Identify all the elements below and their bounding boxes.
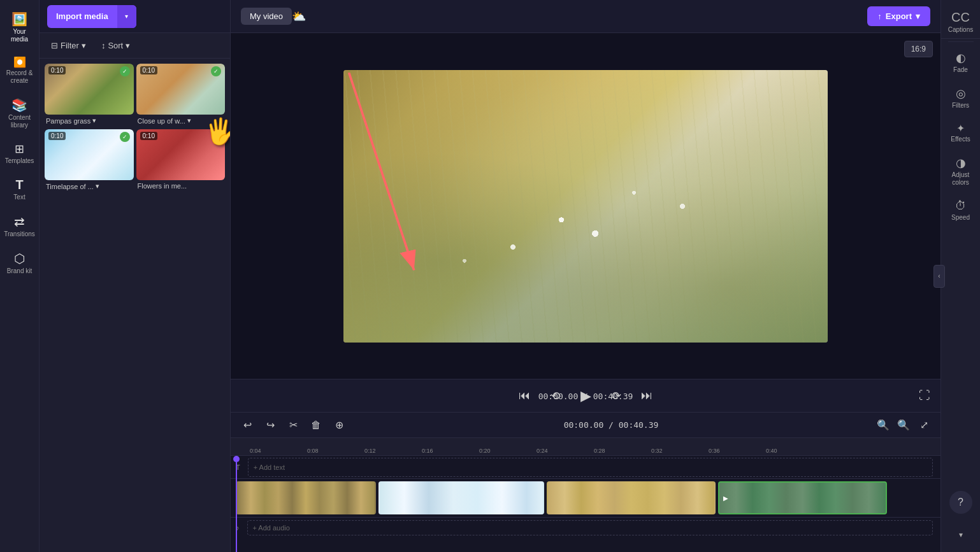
sidebar-item-content-library[interactable]: 📚 Content library [2, 92, 38, 134]
adjust-colors-label: Adjustcolors [952, 171, 970, 187]
media-toolbar: ⊟ Filter ▾ ↕ Sort ▾ [40, 33, 230, 59]
export-label: Export [886, 11, 912, 21]
sidebar-item-brand-kit[interactable]: ⬡ Brand kit [2, 246, 38, 280]
timeline-timecode: 00:00.00 / 00:40.39 [564, 420, 659, 430]
right-panel-item-adjust-colors[interactable]: ◑ Adjustcolors [943, 151, 979, 192]
audio-track-icon: ♪ [236, 524, 240, 532]
text-icon: T [15, 178, 23, 192]
sidebar-label-brand-kit: Brand kit [7, 267, 32, 275]
sort-label: Sort [108, 41, 123, 50]
expand-panel-button[interactable]: ▾ [959, 530, 963, 539]
media-check-closeup: ✓ [211, 66, 221, 76]
time-display: 00:00.00 / 00:40.39 [538, 391, 633, 400]
add-audio-label: + Add audio [253, 524, 290, 532]
delete-button[interactable]: 🗑 [307, 416, 325, 434]
center-and-timeline: My video ⛅ ↑ Export ▾ 16:9 [231, 0, 940, 552]
text-track-icon: T [236, 464, 240, 471]
skip-back-button[interactable]: ⏮ [514, 386, 535, 406]
timeline-time-center: 00:00.00 / 00:40.39 [353, 420, 869, 430]
right-panel-item-speed[interactable]: ⏱ Speed [943, 194, 979, 227]
captions-label: Captions [948, 26, 973, 33]
sidebar-item-transitions[interactable]: ⇄ Transitions [2, 209, 38, 243]
import-media-dropdown[interactable]: ▾ [117, 5, 136, 28]
skip-forward-button[interactable]: ⏭ [637, 386, 657, 406]
sidebar-label-your-media: Your media [4, 28, 35, 43]
video-clip-pampas[interactable] [547, 481, 716, 514]
help-button[interactable]: ? [949, 491, 972, 514]
add-audio-button[interactable]: + Add audio [247, 520, 933, 535]
filter-button[interactable]: ⊟ Filter ▾ [46, 38, 91, 53]
media-icon: 🖼️ [11, 11, 27, 27]
sidebar-item-text[interactable]: T Text [2, 173, 38, 206]
media-label-grass: Pampas grass ▾ [45, 115, 134, 127]
media-item-timelapse[interactable]: 0:10 ✓ Timelapse of ... ▾ [45, 129, 134, 192]
aspect-ratio-button[interactable]: 16:9 [904, 41, 933, 57]
zoom-out-button[interactable]: 🔍 [874, 416, 892, 434]
captions-icon-area[interactable]: CC Captions [941, 5, 980, 39]
sort-button[interactable]: ↕ Sort ▾ [96, 38, 135, 53]
filter-icon: ⊟ [51, 41, 58, 50]
clip-playing-icon: ▶ [723, 495, 728, 502]
undo-button[interactable]: ↩ [238, 416, 256, 434]
fit-timeline-button[interactable]: ⤢ [915, 416, 933, 434]
header-bar: My video ⛅ ↑ Export ▾ [231, 0, 940, 33]
media-item-grass[interactable]: 0:10 ✓ Pampas grass ▾ [45, 64, 134, 127]
add-text-button[interactable]: + Add text [248, 458, 933, 477]
text-track-row: T + Add text [231, 456, 940, 479]
cut-button[interactable]: ✂ [284, 416, 302, 434]
adjust-colors-icon: ◑ [956, 156, 966, 170]
effects-label: Effects [951, 136, 970, 143]
sort-arrow-icon: ▾ [126, 41, 130, 50]
media-panel: Import media ▾ ⊟ Filter ▾ ↕ Sort ▾ [40, 0, 231, 552]
media-label-arrow-closeup: ▾ [187, 117, 191, 125]
media-item-closeup[interactable]: 0:10 ✓ Close up of w... ▾ [136, 64, 226, 127]
tab-my-video[interactable]: My video [241, 8, 292, 25]
video-clip-reeds[interactable]: ▶ [718, 481, 887, 514]
playback-bar: ⏮ ⟲ ▶ ⟳ ⏭ 00:00.00 / 00:40.39 ⛶ [231, 379, 940, 412]
import-media-button[interactable]: Import media ▾ [47, 5, 136, 28]
fade-icon: ◐ [956, 51, 966, 65]
sidebar-label-record: Record &create [6, 69, 33, 85]
cloud-icon[interactable]: ⛅ [292, 10, 306, 24]
media-label-timelapse: Timelapse of ... ▾ [45, 180, 134, 192]
sidebar-label-content-library: Content library [4, 114, 35, 129]
audio-track-row: ♪ + Add audio [231, 517, 940, 537]
fade-label: Fade [953, 66, 968, 74]
video-clip-flowers-white[interactable] [378, 481, 544, 514]
filter-arrow-icon: ▾ [82, 41, 86, 50]
transitions-icon: ⇄ [14, 214, 25, 229]
fullscreen-button[interactable]: ⛶ [919, 389, 930, 402]
sidebar-item-record[interactable]: ⏺️ Record &create [2, 51, 38, 90]
timeline-tracks: T + Add text ▶ [231, 456, 940, 552]
media-label-flowers: Flowers in me... [136, 180, 226, 192]
sidebar-item-your-media[interactable]: 🖼️ Your media [2, 6, 38, 48]
sidebar-item-templates[interactable]: ⊞ Templates [2, 137, 38, 170]
media-label-arrow-grass: ▾ [92, 117, 96, 125]
video-content [343, 70, 828, 343]
sort-icon: ↕ [101, 41, 106, 50]
right-panel-item-filters[interactable]: ◎ Filters [943, 81, 979, 115]
timeline-ruler: 0:04 0:08 0:12 0:16 0:20 0:24 0:28 0:32 … [231, 438, 940, 456]
timeline-area: ↩ ↪ ✂ 🗑 ⊕ 00:00.00 / 00:40.39 🔍 🔍 ⤢ [231, 412, 940, 552]
video-preview [343, 70, 828, 343]
right-panel-divider-1 [948, 41, 974, 42]
captions-icon: CC [951, 10, 970, 25]
timeline-toolbar: ↩ ↪ ✂ 🗑 ⊕ 00:00.00 / 00:40.39 🔍 🔍 ⤢ [231, 413, 940, 438]
add-clip-button[interactable]: ⊕ [330, 416, 348, 434]
video-clip-grass[interactable] [236, 481, 376, 514]
export-button[interactable]: ↑ Export ▾ [867, 6, 930, 26]
right-panel-item-fade[interactable]: ◐ Fade [943, 46, 979, 79]
right-panel: CC Captions ◐ Fade ◎ Filters ✦ Effects ◑ [940, 0, 980, 552]
right-panel-item-effects[interactable]: ✦ Effects [943, 117, 979, 148]
filters-icon: ◎ [956, 87, 966, 101]
import-media-main[interactable]: Import media [47, 5, 117, 28]
redo-button[interactable]: ↪ [261, 416, 279, 434]
media-top-bar: Import media ▾ [40, 0, 230, 33]
media-duration-closeup: 0:10 [140, 66, 157, 74]
effects-icon: ✦ [956, 122, 965, 134]
zoom-in-button[interactable]: 🔍 [895, 416, 912, 434]
media-item-flowers[interactable]: 0:10 Flowers in me... [136, 129, 226, 192]
collapse-right-panel-button[interactable]: ‹ [933, 265, 945, 288]
filters-label: Filters [952, 102, 969, 110]
media-grid: 0:10 ✓ Pampas grass ▾ 0:10 ✓ Close up of… [40, 59, 230, 197]
